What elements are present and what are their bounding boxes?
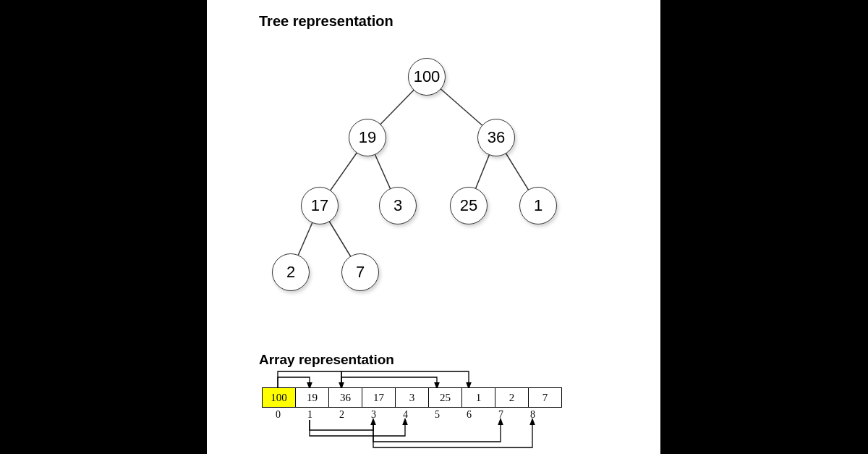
array-values-row: 100 19 36 17 3 25 1 2 7 xyxy=(262,387,562,408)
array-cell-4: 3 xyxy=(395,387,429,408)
tree-title: Tree representation xyxy=(259,13,393,30)
array-cell-3: 17 xyxy=(362,387,396,408)
array-index-8: 8 xyxy=(516,409,549,421)
array-cell-1: 19 xyxy=(295,387,329,408)
tree-node-2: 36 xyxy=(477,119,515,156)
tree-node-5: 25 xyxy=(450,187,488,224)
tree-node-root: 100 xyxy=(408,58,446,96)
array-cell-5: 25 xyxy=(428,387,462,408)
array-index-0: 0 xyxy=(262,409,294,421)
array-indices-row: 0 1 2 3 4 5 6 7 8 xyxy=(262,409,562,421)
array-index-1: 1 xyxy=(294,409,326,421)
array-index-3: 3 xyxy=(357,409,390,421)
tree-node-1: 19 xyxy=(349,119,386,156)
array-title: Array representation xyxy=(259,352,394,368)
array-index-7: 7 xyxy=(485,409,517,421)
tree-node-8: 7 xyxy=(341,253,379,291)
tree-node-6: 1 xyxy=(519,187,557,224)
tree-node-3: 17 xyxy=(301,187,339,224)
heap-tree: 100 19 36 17 3 25 1 2 7 xyxy=(259,51,592,311)
array-cell-0: 100 xyxy=(262,387,296,408)
array-index-4: 4 xyxy=(389,409,422,421)
array-cell-6: 1 xyxy=(461,387,495,408)
array-index-5: 5 xyxy=(421,409,454,421)
array-cell-2: 36 xyxy=(328,387,362,408)
heap-array: 100 19 36 17 3 25 1 2 7 0 1 2 3 4 5 6 7 … xyxy=(262,387,562,421)
array-index-2: 2 xyxy=(326,409,358,421)
tree-node-4: 3 xyxy=(379,187,417,224)
tree-node-7: 2 xyxy=(272,253,310,291)
array-cell-8: 7 xyxy=(528,387,562,408)
array-index-6: 6 xyxy=(453,409,485,421)
array-cell-7: 2 xyxy=(495,387,529,408)
